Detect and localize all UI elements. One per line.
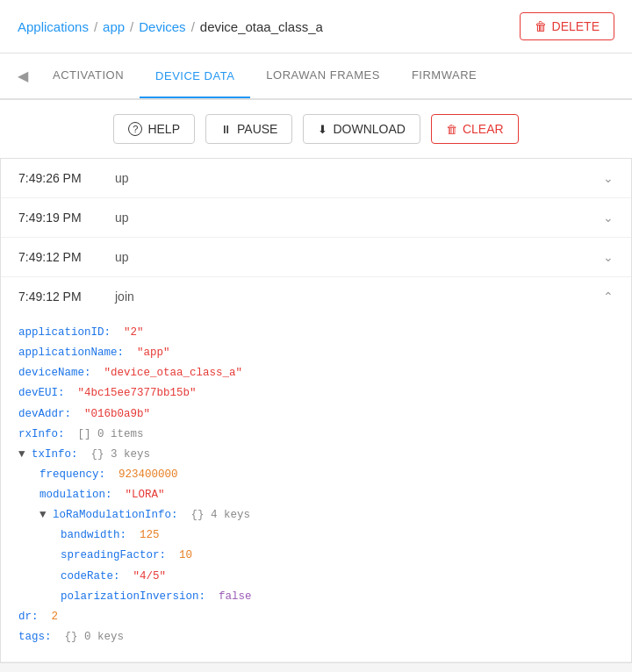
header: Applications / app / Devices / device_ot…	[0, 0, 632, 54]
json-block: applicationID: "2" applicationName: "app…	[1, 316, 631, 661]
breadcrumb-applications[interactable]: Applications	[18, 19, 89, 34]
data-row-1[interactable]: 7:49:26 PM up ⌄	[1, 159, 631, 198]
pause-label: PAUSE	[237, 122, 277, 136]
chevron-down-icon-3: ⌄	[603, 250, 614, 264]
direction-4: join	[115, 290, 603, 304]
pause-button[interactable]: ⏸ PAUSE	[205, 114, 292, 144]
direction-3: up	[115, 250, 603, 264]
json-polarizationInversion: polarizationInversion: false	[18, 587, 614, 607]
chevron-up-icon-4: ⌃	[603, 290, 614, 304]
help-label: HELP	[147, 122, 180, 136]
json-applicationID: applicationID: "2"	[18, 323, 614, 343]
tab-back[interactable]: ◀	[9, 54, 37, 98]
json-devEUI: devEUI: "4bc15ee7377bb15b"	[18, 383, 614, 404]
data-row-3[interactable]: 7:49:12 PM up ⌄	[1, 238, 631, 277]
json-modulation: modulation: "LORA"	[18, 485, 614, 505]
delete-label: DELETE	[552, 19, 600, 33]
direction-2: up	[115, 211, 603, 225]
clear-button[interactable]: 🗑 CLEAR	[431, 114, 519, 144]
timestamp-2: 7:49:19 PM	[18, 211, 115, 225]
json-rxInfo: rxInfo: [] 0 items	[18, 425, 614, 445]
timestamp-4: 7:49:12 PM	[18, 290, 115, 304]
download-icon: ⬇	[318, 123, 327, 136]
delete-button[interactable]: 🗑 DELETE	[520, 12, 614, 40]
direction-1: up	[115, 171, 603, 185]
trash-icon: 🗑	[535, 19, 547, 33]
timestamp-3: 7:49:12 PM	[18, 250, 115, 264]
breadcrumb-devices[interactable]: Devices	[139, 19, 185, 34]
json-devAddr: devAddr: "016b0a9b"	[18, 404, 614, 425]
toolbar: ? HELP ⏸ PAUSE ⬇ DOWNLOAD 🗑 CLEAR	[0, 100, 632, 159]
breadcrumb-app[interactable]: app	[103, 19, 125, 34]
breadcrumb-sep1: /	[94, 19, 97, 34]
help-button[interactable]: ? HELP	[113, 114, 195, 144]
json-bandwidth: bandwidth: 125	[18, 525, 614, 546]
data-row-4-header[interactable]: 7:49:12 PM join ⌃	[1, 277, 631, 316]
json-codeRate: codeRate: "4/5"	[18, 567, 614, 587]
json-frequency: frequency: 923400000	[18, 465, 614, 485]
breadcrumb-sep2: /	[130, 19, 133, 34]
pause-icon: ⏸	[220, 123, 232, 136]
tab-activation[interactable]: ACTIVATION	[37, 54, 140, 97]
data-row-4-expanded: 7:49:12 PM join ⌃ applicationID: "2" app…	[1, 277, 631, 662]
json-loRaModulationInfo: ▼ loRaModulationInfo: {} 4 keys	[18, 505, 614, 525]
breadcrumb-sep3: /	[191, 19, 195, 34]
timestamp-1: 7:49:26 PM	[18, 171, 115, 185]
tab-lorawan-frames[interactable]: LORAWAN FRAMES	[250, 54, 396, 97]
json-spreadingFactor: spreadingFactor: 10	[18, 546, 614, 566]
data-list: 7:49:26 PM up ⌄ 7:49:19 PM up ⌄ 7:49:12 …	[0, 159, 632, 663]
json-deviceName: deviceName: "device_otaa_class_a"	[18, 363, 614, 383]
chevron-down-icon-1: ⌄	[603, 171, 614, 185]
json-txInfo: ▼ txInfo: {} 3 keys	[18, 445, 614, 465]
breadcrumb: Applications / app / Devices / device_ot…	[18, 19, 323, 34]
tabs-bar: ◀ ACTIVATION DEVICE DATA LORAWAN FRAMES …	[0, 54, 632, 100]
tab-firmware[interactable]: FIRMWARE	[396, 54, 492, 97]
clear-icon: 🗑	[446, 123, 457, 136]
json-dr: dr: 2	[18, 607, 614, 627]
clear-label: CLEAR	[463, 122, 504, 136]
json-tags: tags: {} 0 keys	[18, 627, 614, 647]
download-button[interactable]: ⬇ DOWNLOAD	[303, 114, 420, 144]
chevron-down-icon-2: ⌄	[603, 211, 614, 225]
data-row-2[interactable]: 7:49:19 PM up ⌄	[1, 198, 631, 238]
json-applicationName: applicationName: "app"	[18, 343, 614, 363]
tab-device-data[interactable]: DEVICE DATA	[140, 55, 250, 98]
help-icon: ?	[128, 122, 142, 136]
download-label: DOWNLOAD	[333, 122, 405, 136]
breadcrumb-current: device_otaa_class_a	[200, 19, 323, 34]
